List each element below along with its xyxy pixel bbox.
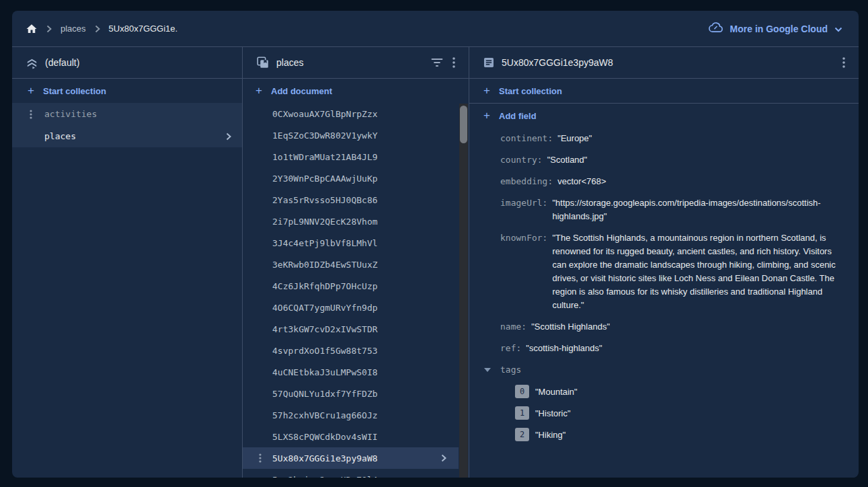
field-row: name:"Scottish Highlands": [500, 320, 842, 334]
document-id: 3eKRwb0IDZb4EwSTUuxZ: [272, 260, 378, 270]
add-document-button[interactable]: + Add document: [243, 79, 469, 103]
tag-value: "Hiking": [535, 430, 565, 440]
document-panel: 5Ux80x7GGGi1e3py9aW8 + Start collection …: [469, 47, 859, 478]
tag-value: "Mountain": [535, 387, 578, 397]
collection-panel: places + Add document 0CXwoauAX7GlBpNrpZ…: [242, 47, 469, 478]
breadcrumb-collection[interactable]: places: [61, 24, 86, 34]
field-row-tags: tags: [500, 363, 842, 377]
document-icon: [483, 57, 495, 69]
add-field-button[interactable]: + Add field: [469, 104, 859, 128]
document-id: 4Cz6JkRfqhDPp7OHcUzp: [272, 281, 378, 291]
chevron-down-icon: [834, 24, 842, 34]
breadcrumb-current-document: 5Ux80x7GGGi1e.: [109, 24, 178, 34]
document-id: 57h2cxhVBCru1ag66OJz: [272, 410, 378, 420]
more-options-icon[interactable]: [451, 56, 457, 69]
document-list-item[interactable]: 5LXS8cPQWCdkDov4sWII: [243, 426, 459, 447]
more-in-google-cloud-menu[interactable]: More in Google Cloud: [709, 22, 842, 35]
home-icon[interactable]: [26, 23, 38, 35]
scrollbar-track[interactable]: [459, 104, 468, 478]
collection-name: places: [44, 131, 76, 141]
document-id: 2i7pL9NNV2QEcK28Vhom: [272, 217, 378, 227]
document-id: 2Y30WnPcBpCAAAwjUuKp: [272, 174, 378, 184]
field-name: name:: [500, 320, 526, 334]
chevron-right-icon: [226, 133, 231, 141]
plus-icon: +: [483, 109, 491, 122]
document-list-item[interactable]: 1EqSZoC3DwR802V1ywkY: [243, 124, 459, 146]
array-index-badge: 2: [515, 428, 529, 441]
collections-list: activitiesplaces: [12, 103, 242, 147]
field-value: "The Scottish Highlands, a mountainous r…: [552, 231, 842, 312]
document-list-item[interactable]: 1o1tWDraMUat21AB4JL9: [243, 146, 459, 167]
field-row: continent:"Europe": [500, 132, 842, 145]
field-name: knownFor:: [500, 231, 547, 245]
document-id: 4uCNEtbkaJ3uLMPwS0I8: [272, 367, 378, 377]
field-value: "Scottish Highlands": [531, 320, 610, 334]
more-in-google-cloud-label: More in Google Cloud: [730, 24, 828, 34]
document-list-item[interactable]: 0CXwoauAX7GlBpNrpZzx: [243, 103, 459, 124]
field-name: country:: [500, 153, 543, 167]
document-id: 4rt3kGW7cvD2xIVwSTDR: [272, 324, 378, 334]
document-list: 0CXwoauAX7GlBpNrpZzx1EqSZoC3DwR802V1ywkY…: [243, 103, 469, 478]
field-row: country:"Scotland": [500, 153, 842, 167]
filter-icon[interactable]: [430, 57, 444, 69]
breadcrumb: places 5Ux80x7GGGi1e.: [26, 23, 177, 35]
start-collection-button[interactable]: + Start collection: [12, 79, 242, 103]
document-id: 5Ux80x7GGGi1e3py9aW8: [272, 453, 378, 463]
chevron-right-icon: [441, 454, 446, 462]
start-collection-button[interactable]: + Start collection: [469, 79, 859, 104]
field-value: "https://storage.googleapis.com/tripedia…: [552, 196, 842, 223]
add-document-label: Add document: [271, 86, 332, 96]
tag-item-row: 0"Mountain": [515, 385, 842, 398]
document-list-item[interactable]: 4O6CQAT7ygmURvYfn9dp: [243, 297, 459, 318]
field-row: knownFor:"The Scottish Highlands, a moun…: [500, 231, 842, 312]
document-list-item[interactable]: 5Ux80x7GGGi1e3py9aW8: [243, 447, 459, 469]
collection-icon: [256, 56, 270, 69]
document-list-item[interactable]: 4rt3kGW7cvD2xIVwSTDR: [243, 318, 459, 340]
document-list-item[interactable]: 57QuQNLYu1dxf7YfFDZb: [243, 383, 459, 404]
tag-item-row: 2"Hiking": [515, 428, 842, 441]
field-name: imageUrl:: [500, 196, 547, 210]
document-list-item[interactable]: 3J4c4etPj9lbVf8LMhVl: [243, 232, 459, 254]
document-list-item[interactable]: 4svprdXoO1f5Gw88t753: [243, 340, 459, 361]
more-options-icon[interactable]: [30, 110, 44, 119]
document-list-item[interactable]: 57h2cxhVBCru1ag66OJz: [243, 404, 459, 426]
more-options-icon[interactable]: [841, 56, 846, 69]
document-id: 5LXS8cPQWCdkDov4sWII: [272, 432, 378, 442]
array-index-badge: 1: [515, 406, 529, 420]
document-list-item[interactable]: 2Yas5rRvsso5HJ0QBc86: [243, 189, 459, 211]
collection-title: places: [276, 57, 303, 68]
chevron-right-icon: [95, 25, 100, 33]
document-list-item[interactable]: 5cm2bwiwu2ozmUDv7Ql4: [243, 469, 459, 478]
field-value: vector<768>: [557, 175, 606, 188]
field-list: continent:"Europe"country:"Scotland"embe…: [469, 128, 859, 449]
field-row: embedding:vector<768>: [500, 175, 842, 188]
cloud-icon: [709, 22, 723, 35]
field-value: "scottish-highlands": [526, 342, 602, 355]
document-list-item[interactable]: 4uCNEtbkaJ3uLMPwS0I8: [243, 361, 459, 383]
collapse-arrow-icon[interactable]: [484, 368, 491, 372]
field-name: continent:: [500, 132, 553, 145]
collection-item-places[interactable]: places: [12, 125, 242, 147]
document-id: 4svprdXoO1f5Gw88t753: [272, 346, 378, 356]
document-list-item[interactable]: 3eKRwb0IDZb4EwSTUuxZ: [243, 254, 459, 275]
collection-panel-header: places: [243, 47, 469, 79]
field-name: embedding:: [500, 175, 553, 188]
plus-icon: +: [27, 84, 35, 98]
document-id: 5cm2bwiwu2ozmUDv7Ql4: [272, 475, 378, 478]
plus-icon: +: [483, 84, 491, 98]
document-list-item[interactable]: 4Cz6JkRfqhDPp7OHcUzp: [243, 275, 459, 297]
field-value: "Europe": [557, 132, 592, 145]
scrollbar-thumb[interactable]: [460, 106, 467, 143]
field-name: tags: [500, 363, 521, 377]
field-name: ref:: [500, 342, 521, 355]
more-options-icon[interactable]: [259, 453, 272, 463]
tag-value: "Historic": [535, 408, 571, 418]
database-panel-header: (default): [12, 47, 242, 79]
firestore-icon: [26, 57, 38, 69]
document-list-item[interactable]: 2i7pL9NNV2QEcK28Vhom: [243, 211, 459, 232]
document-list-item[interactable]: 2Y30WnPcBpCAAAwjUuKp: [243, 167, 459, 189]
plus-icon: +: [255, 84, 263, 98]
collection-item-activities[interactable]: activities: [12, 103, 242, 125]
field-row: imageUrl:"https://storage.googleapis.com…: [500, 196, 842, 223]
document-title: 5Ux80x7GGGi1e3py9aW8: [502, 57, 613, 68]
